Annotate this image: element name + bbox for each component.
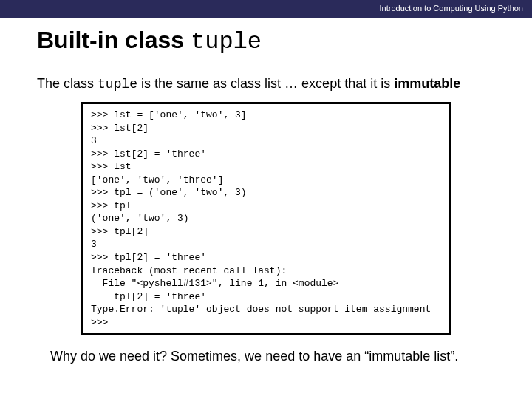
- intro-text: The class tuple is the same as class lis…: [37, 76, 495, 92]
- intro-immutable: immutable: [394, 76, 460, 91]
- title-mono: tuple: [191, 28, 262, 55]
- intro-part2: is the same as class list … except that …: [137, 76, 394, 91]
- title-prefix: Built-in class: [37, 27, 191, 53]
- header-bar: Introduction to Computing Using Python: [0, 0, 532, 18]
- slide-content: Built-in class tuple The class tuple is …: [0, 18, 532, 364]
- intro-part1: The class: [37, 76, 98, 91]
- page-title: Built-in class tuple: [37, 27, 495, 55]
- header-text: Introduction to Computing Using Python: [380, 4, 523, 13]
- code-block: >>> lst = ['one', 'two', 3] >>> lst[2] 3…: [81, 102, 451, 335]
- intro-mono: tuple: [98, 77, 137, 92]
- outro-text: Why do we need it? Sometimes, we need to…: [37, 349, 495, 364]
